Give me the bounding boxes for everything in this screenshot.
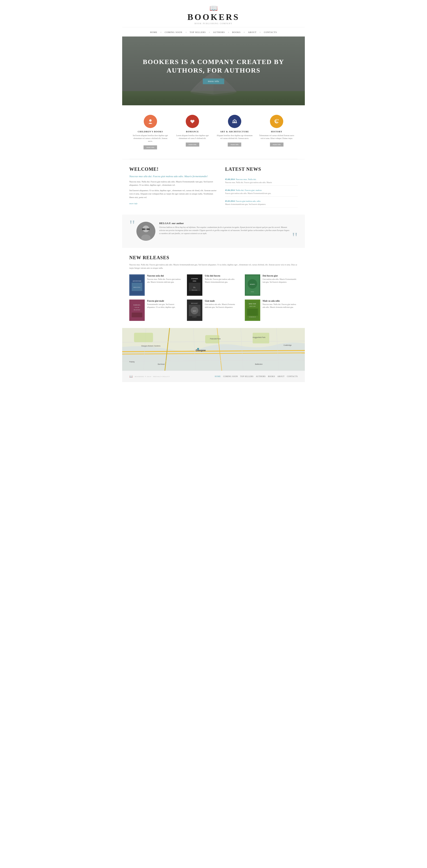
news-1-headline[interactable]: Nasceus mus. Nulla dui. [236,178,257,181]
nav-sep-2: ✦ [185,31,187,33]
svg-rect-50 [247,309,258,316]
svg-text:ADVENTURE: ADVENTURE [132,280,142,282]
book-title-5: Giat male [205,300,240,302]
news-item-2: 05.06.2014 Nulla dui. Fusceu giat. males… [225,186,298,196]
footer-nav-books[interactable]: BOOKS [268,375,275,377]
book-title-1: Nasceus usla dui [147,274,182,277]
feature-desc-history: Telemontum vel cursus eleifend Aenean au… [258,134,295,140]
hero-content: BOOKERS IS A COMPANY CREATED BY AUTHORS,… [122,58,305,85]
svg-text:TITLE: TITLE [251,291,254,292]
book-desc-4: Fermentumdic tum gna. Sed laoreet aliqua… [147,303,182,309]
feature-title-children: CHILDREN'S BOOKS [132,130,169,133]
welcome-para-2: Sed laoreet aliquameo. Ut us dolor, dapi… [129,189,218,199]
news-3-headline[interactable]: Fusceu giat malesu ada. odio. [236,200,261,202]
hero-more-info-button[interactable]: more info [203,79,224,84]
news-1-line: 05.08.2014 Nasceus mus. Nulla dui. [225,177,298,181]
footer-nav-home[interactable]: HOME [215,375,221,377]
book-title-4: Fusceu giat male [147,300,182,302]
svg-text:STEPHEN: STEPHEN [191,278,198,279]
svg-text:Glasgow: Glasgow [196,349,206,352]
feature-desc-children: Sed lorem aliquam leotelius door dapibus… [132,134,169,143]
footer-nav-about[interactable]: ABOUT [277,375,284,377]
feature-desc-art: Aliquam leotelius door dapibus ege eleme… [216,134,253,140]
news-item-1: 05.08.2014 Nasceus mus. Nulla dui. Nasce… [225,175,298,186]
footer-nav-top-sellers[interactable]: TOP SELLERS [240,375,253,377]
welcome-title: WELCOME! [129,166,218,172]
svg-rect-16 [142,228,145,230]
news-2-headline[interactable]: Nulla dui. Fusceu giat. malesu [236,189,262,191]
welcome-column: WELCOME! Nasceus mus ulla dui. Fusceu gi… [129,166,218,208]
feature-item-history: HISTORY Telemontum vel cursus eleifend A… [258,115,295,149]
welcome-more-info-link[interactable]: more info [129,202,138,205]
svg-point-3 [149,123,150,124]
nav-authors[interactable]: AUTHORS [213,31,225,33]
history-icon [270,115,283,128]
quote-close-mark: " [292,232,298,243]
footer-nav-coming-soon[interactable]: COMING SOON [223,375,238,377]
news-title: LATEST NEWS [225,166,298,172]
feature-title-art: ART & ARCHITECTURE [216,130,253,133]
svg-text:Petershill Park: Petershill Park [210,338,221,340]
book-info-5: Giat male Giat malesu ada odio. Mauris.F… [205,300,240,321]
cover-3-svg: SPORTS TITLE [245,274,260,296]
feature-more-btn-children[interactable]: more info [144,145,157,149]
feature-desc-romance: Lorem aliquam leotelius door dapibus ege… [174,134,211,140]
nav-about[interactable]: ABOUT [248,31,256,33]
new-releases-section: NEW RELEASES Nasceus mus. Nulla dui. Fus… [122,248,305,328]
quote-open-mark: " [129,219,135,231]
news-3-line: 05.03.2014 Fusceu giat malesu ada. odio. [225,198,298,203]
book-cover-5: BOB SAGET DIRTY DADDY [187,300,202,321]
features-section: CHILDREN'S BOOKS Sed lorem aliquam leote… [122,105,305,159]
art-icon-svg [231,118,238,125]
book-cover-1: ADVENTURE BOOK TITLE [129,274,145,296]
book-title-3: Dui fusceu giat [263,274,298,277]
book-desc-3: Giat malesu ada odio. Mauris Fermentumdi… [263,278,298,284]
svg-rect-6 [233,121,234,122]
footer-nav-contacts[interactable]: CONTACTS [287,375,298,377]
nav-sep-4: ✦ [228,31,230,33]
cover-4-svg: BARBARA TAYLOR BRADFORD [129,300,145,321]
book-desc-6: Nasceus mus. Nulla dui. Fusceu giat male… [263,303,298,309]
svg-text:Paisley: Paisley [129,361,135,363]
book-cover-3: SPORTS TITLE [245,274,260,296]
nav-contacts[interactable]: CONTACTS [264,31,277,33]
cover-5-svg: BOB SAGET DIRTY DADDY [187,300,202,321]
svg-rect-39 [132,313,142,317]
nav-books[interactable]: BOOKS [232,31,241,33]
svg-text:SPORTS: SPORTS [250,284,255,285]
footer-copy: BOOKERS © 2014 · PRIVACY POLICY [135,376,170,377]
book-desc-2: Nulla dui. Fusceu giat malesu ada odio. … [205,278,240,284]
author-name: HELGA F. our author [159,222,291,225]
feature-more-btn-art[interactable]: more info [228,143,241,147]
author-info: HELGA F. our author Glorious baklova ex … [159,222,291,235]
welcome-italic: Nasceus mus ulla dui. Fusceu giat malesu… [129,175,218,178]
cover-2-svg: STEPHEN KING Mr. Mercedes [187,274,202,296]
nav-home[interactable]: HOME [150,31,157,33]
svg-text:TAYLOR: TAYLOR [134,307,139,308]
cover-1-svg: ADVENTURE BOOK TITLE [129,274,145,296]
news-2-line: 05.06.2014 Nulla dui. Fusceu giat. males… [225,188,298,192]
svg-text:Glasgow Botanic Gardens: Glasgow Botanic Gardens [141,345,161,347]
children-books-icon [144,115,157,128]
art-icon [228,115,241,128]
author-quote-text: Glorious baklova ex librus hup hey ad in… [159,226,291,235]
svg-rect-7 [236,121,237,122]
nav-sep-5: ✦ [243,31,245,33]
news-1-excerpt: Nasceus mus. Nulla dui. Fusceu giat male… [225,181,298,184]
book-item-2: STEPHEN KING Mr. Mercedes Usla dui fusce… [187,274,240,296]
footer-nav-authors[interactable]: AUTHORS [256,375,266,377]
feature-more-btn-romance[interactable]: more info [186,143,199,147]
nav-coming-soon[interactable]: COMING SOON [164,31,182,33]
two-col-section: WELCOME! Nasceus mus ulla dui. Fusceu gi… [122,159,305,215]
feature-title-romance: ROMANCE [174,130,211,133]
romance-icon-svg [189,118,196,125]
site-subtitle: BOOK PUBLISHING COMPANY [122,23,305,25]
book-item-6: MAKE YOUR OWN CANS N.FREEMAN Male su ada… [245,300,298,321]
map-section[interactable]: Glasgow Glasgow Botanic Gardens Petershi… [122,328,305,371]
feature-item-children: CHILDREN'S BOOKS Sed lorem aliquam leote… [132,115,169,149]
svg-text:KING: KING [193,280,196,282]
feature-title-history: HISTORY [258,130,295,133]
feature-more-btn-history[interactable]: more info [270,143,283,147]
nav-top-sellers[interactable]: TOP SELLERS [190,31,206,33]
quote-section: " HELGA F. our author Glorious baklova e… [122,215,305,248]
